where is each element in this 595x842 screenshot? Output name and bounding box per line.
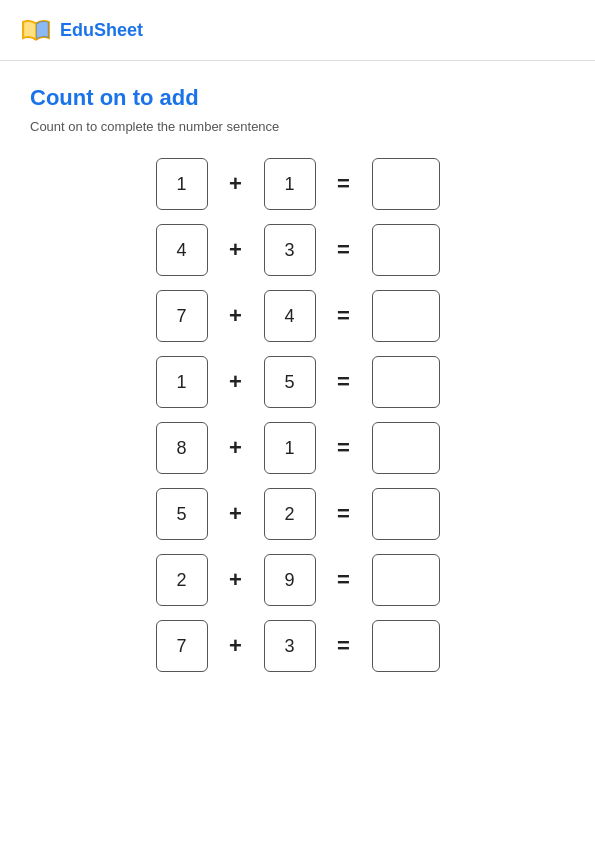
number-box-right: 4 [264, 290, 316, 342]
plus-operator: + [226, 435, 246, 461]
equation-row: 8 + 1 = [68, 422, 528, 474]
number-box-left: 7 [156, 620, 208, 672]
number-box-left: 4 [156, 224, 208, 276]
header: EduSheet [0, 0, 595, 61]
main-content: Count on to add Count on to complete the… [0, 61, 595, 696]
answer-box[interactable] [372, 290, 440, 342]
plus-operator: + [226, 369, 246, 395]
logo-icon [20, 14, 52, 46]
answer-box[interactable] [372, 158, 440, 210]
number-box-left: 7 [156, 290, 208, 342]
equals-sign: = [334, 171, 354, 197]
answer-box[interactable] [372, 620, 440, 672]
equals-sign: = [334, 567, 354, 593]
number-box-right: 5 [264, 356, 316, 408]
plus-operator: + [226, 567, 246, 593]
equals-sign: = [334, 501, 354, 527]
equals-sign: = [334, 633, 354, 659]
equation-row: 1 + 5 = [68, 356, 528, 408]
plus-operator: + [226, 303, 246, 329]
page-title: Count on to add [30, 85, 565, 111]
equation-row: 4 + 3 = [68, 224, 528, 276]
equals-sign: = [334, 435, 354, 461]
answer-box[interactable] [372, 422, 440, 474]
number-box-right: 1 [264, 158, 316, 210]
subtitle: Count on to complete the number sentence [30, 119, 565, 134]
number-box-right: 2 [264, 488, 316, 540]
plus-operator: + [226, 501, 246, 527]
number-box-left: 1 [156, 356, 208, 408]
number-box-left: 5 [156, 488, 208, 540]
equals-sign: = [334, 303, 354, 329]
number-box-right: 3 [264, 620, 316, 672]
plus-operator: + [226, 237, 246, 263]
equation-row: 7 + 3 = [68, 620, 528, 672]
equals-sign: = [334, 369, 354, 395]
number-box-right: 9 [264, 554, 316, 606]
equations-container: 1 + 1 = 4 + 3 = 7 + 4 = 1 + 5 = 8 + 1 [30, 158, 565, 672]
plus-operator: + [226, 633, 246, 659]
number-box-right: 1 [264, 422, 316, 474]
answer-box[interactable] [372, 554, 440, 606]
answer-box[interactable] [372, 488, 440, 540]
equation-row: 2 + 9 = [68, 554, 528, 606]
number-box-left: 2 [156, 554, 208, 606]
plus-operator: + [226, 171, 246, 197]
number-box-right: 3 [264, 224, 316, 276]
answer-box[interactable] [372, 356, 440, 408]
equals-sign: = [334, 237, 354, 263]
equation-row: 1 + 1 = [68, 158, 528, 210]
number-box-left: 1 [156, 158, 208, 210]
equation-row: 7 + 4 = [68, 290, 528, 342]
equation-row: 5 + 2 = [68, 488, 528, 540]
answer-box[interactable] [372, 224, 440, 276]
logo-text: EduSheet [60, 20, 143, 41]
number-box-left: 8 [156, 422, 208, 474]
